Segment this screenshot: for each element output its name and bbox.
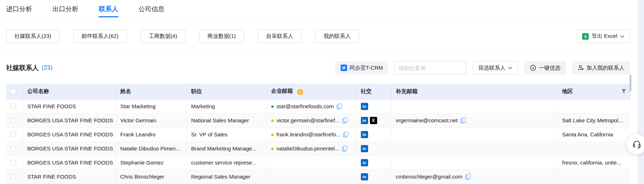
title-cell: Sr. VP of Sales <box>187 127 266 141</box>
filter-self-collected-contacts[interactable]: 自采联系人 <box>258 30 302 43</box>
corporate-email-cell <box>266 155 356 170</box>
contacts-table-body: STAR FINE FOODSStar MarketingMarketingst… <box>6 99 631 184</box>
page-scrollbar-track[interactable] <box>638 0 644 184</box>
filter-contacts-dropdown[interactable]: 筛选联系人 <box>473 61 518 75</box>
filter-business-registry-data[interactable]: 工商数据(4) <box>140 30 185 43</box>
row-checkbox[interactable] <box>10 104 16 109</box>
name-cell: Stephanie Gomez <box>116 155 187 170</box>
region-cell: Santa Ana, California <box>558 127 631 141</box>
x-icon[interactable]: X <box>370 117 377 124</box>
linkedin-icon[interactable]: in <box>361 173 368 180</box>
copy-icon[interactable] <box>342 118 347 123</box>
title-cell: customer service represe... <box>187 155 266 170</box>
contact-filter-row: 社媒联系人(23) 邮件联系人(62) 工商数据(4) 商业数据(1) 自采联系… <box>0 21 644 52</box>
company-cell: STAR FINE FOODS <box>23 170 116 184</box>
export-excel-label: 导出 Excel <box>592 33 617 40</box>
company-cell: BORGES USA STAR FINE FOODS <box>23 141 116 155</box>
tab-contacts[interactable]: 联系人 <box>99 0 118 18</box>
copy-icon[interactable] <box>465 174 470 179</box>
tab-export-analysis[interactable]: 出口分析 <box>52 0 78 18</box>
table-row: BORGES USA STAR FINE FOODSStephanie Gome… <box>6 155 631 170</box>
copy-icon[interactable] <box>337 104 341 109</box>
filter-contacts-label: 筛选联系人 <box>478 65 506 71</box>
social-contacts-section-header: 社媒联系人 (23) M 同步至T-CRM 筛选联系人 一键优选 <box>0 52 644 84</box>
row-checkbox[interactable] <box>10 146 16 151</box>
excel-icon: x <box>582 33 589 40</box>
row-checkbox[interactable] <box>10 174 16 179</box>
add-to-my-contacts-button[interactable]: 加入我的联系人 <box>572 61 630 75</box>
social-cell: in <box>356 155 391 170</box>
chevron-down-icon <box>508 66 512 69</box>
row-select-cell <box>6 99 23 113</box>
select-all-checkbox[interactable] <box>10 89 16 94</box>
title-cell: Regional Sales Manager <box>187 170 266 184</box>
corporate-email-cell <box>266 170 356 184</box>
tab-company-info[interactable]: 公司信息 <box>138 0 165 18</box>
export-excel-button[interactable]: x 导出 Excel <box>577 30 630 43</box>
filter-commercial-data[interactable]: 商业数据(1) <box>199 30 244 43</box>
header-social: 社交 <box>356 84 391 99</box>
name-cell: Frank Leandro <box>116 127 187 141</box>
table-row: STAR FINE FOODSStar MarketingMarketingst… <box>6 99 631 113</box>
sync-to-tcrm-button[interactable]: M 同步至T-CRM <box>335 61 389 75</box>
copy-icon[interactable] <box>461 118 465 123</box>
filter-email-contacts[interactable]: 邮件联系人(62) <box>73 30 127 43</box>
corporate-email-cell: natalieDibuduo.pimentel... <box>266 141 356 155</box>
linkedin-icon[interactable]: in <box>361 145 368 152</box>
scrollbar-thumb[interactable] <box>630 75 631 91</box>
row-checkbox[interactable] <box>10 132 16 137</box>
email-status-dot-yellow <box>271 119 274 122</box>
social-cell: in <box>356 141 391 155</box>
table-header-row: 公司名称 姓名 职位 企业邮箱 ? 社交 补充邮箱 地区 <box>6 84 631 99</box>
social-cell: in <box>356 99 391 113</box>
header-name: 姓名 <box>116 84 187 99</box>
company-cell: BORGES USA STAR FINE FOODS <box>23 127 116 141</box>
email-text: victor.germain@starfinef... <box>277 117 340 123</box>
tab-import-analysis[interactable]: 进口分析 <box>6 0 32 18</box>
row-checkbox[interactable] <box>10 118 16 123</box>
region-cell: Salt Lake City Metropol... <box>558 113 631 127</box>
quality-badge-icon <box>530 65 536 71</box>
extra-email-cell: vrgermaine@comcast.net <box>391 113 558 127</box>
copy-icon[interactable] <box>342 146 347 151</box>
name-cell: Chris Bimschleger <box>116 170 187 184</box>
header-extra-email: 补充邮箱 <box>391 84 558 99</box>
row-select-cell <box>6 170 23 184</box>
corporate-email-cell: victor.germain@starfinef... <box>266 113 356 127</box>
headset-icon <box>632 139 642 149</box>
region-cell: fresno, california, unite... <box>558 155 631 170</box>
company-cell: BORGES USA STAR FINE FOODS <box>23 113 116 127</box>
email-status-dot-green <box>271 105 274 108</box>
corporate-email-cell: star@starfinefoods.com <box>266 99 356 113</box>
extra-email-cell <box>391 155 558 170</box>
email-text: natalieDibuduo.pimentel... <box>277 145 339 152</box>
table-row: BORGES USA STAR FINE FOODSNatalie Dibudu… <box>6 141 631 155</box>
filter-funnel-icon[interactable] <box>621 89 626 94</box>
customer-support-button[interactable] <box>627 134 644 154</box>
linkedin-icon[interactable]: in <box>361 117 368 124</box>
region-cell <box>558 99 631 113</box>
linkedin-icon[interactable]: in <box>361 159 368 166</box>
position-search-box <box>394 61 466 75</box>
table-row: STAR FINE FOODSChris BimschlegerRegional… <box>6 170 631 184</box>
extra-email-cell <box>391 99 558 113</box>
linkedin-icon[interactable]: in <box>361 131 368 138</box>
header-region: 地区 <box>558 84 631 99</box>
copy-icon[interactable] <box>343 132 348 137</box>
email-status-dot-yellow <box>271 148 274 150</box>
table-row: BORGES USA STAR FINE FOODSVictor Germain… <box>6 113 631 127</box>
one-click-optimize-button[interactable]: 一键优选 <box>524 61 566 75</box>
contacts-table: 公司名称 姓名 职位 企业邮箱 ? 社交 补充邮箱 地区 STAR FINE <box>6 84 631 184</box>
name-cell: Star Marketing <box>116 99 187 113</box>
help-icon[interactable]: ? <box>297 89 303 95</box>
linkedin-icon[interactable]: in <box>361 103 368 110</box>
position-search-input[interactable] <box>398 65 470 71</box>
filter-my-contacts[interactable]: 我的联系人 <box>315 30 359 43</box>
title-cell: National Sales Manager <box>187 113 266 127</box>
add-to-my-contacts-label: 加入我的联系人 <box>587 65 624 71</box>
name-cell: Victor Germain <box>116 113 187 127</box>
extra-email-cell: cmbimschleger@gmail.com <box>391 170 558 184</box>
filter-social-contacts[interactable]: 社媒联系人(23) <box>6 30 60 43</box>
extra-email-text: cmbimschleger@gmail.com <box>396 174 462 180</box>
row-checkbox[interactable] <box>10 160 16 165</box>
